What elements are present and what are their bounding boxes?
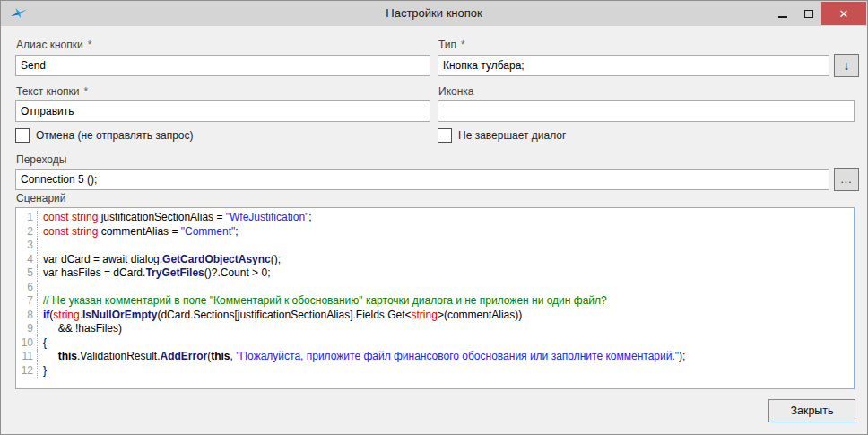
- code-line: 7// Не указан комментарий в поле "Коммен…: [16, 294, 854, 309]
- code-line: 4var dCard = await dialog.GetCardObjectA…: [16, 253, 854, 267]
- code-text: }: [38, 364, 47, 378]
- line-number: 12: [16, 364, 38, 378]
- line-number: 3: [16, 239, 38, 253]
- maximize-button[interactable]: [795, 2, 821, 25]
- titlebar[interactable]: Настройки кнопок ✕: [1, 1, 867, 26]
- line-number: 4: [16, 253, 38, 267]
- icon-label: Иконка: [438, 85, 474, 98]
- button-settings-dialog: Настройки кнопок ✕ Алиас кнопки* Тип* ↓ …: [0, 0, 868, 435]
- transitions-input[interactable]: [15, 169, 829, 190]
- line-number: 2: [16, 225, 38, 239]
- window-title: Настройки кнопок: [1, 1, 867, 26]
- minimize-button[interactable]: [769, 2, 795, 25]
- line-number: 1: [16, 211, 38, 225]
- code-line: 2const string commentAlias = "Comment";: [16, 225, 854, 239]
- ellipsis-icon: ...: [840, 176, 852, 183]
- transitions-label: Переходы: [16, 153, 66, 166]
- line-number: 9: [16, 322, 38, 336]
- arrow-down-icon: ↓: [844, 58, 850, 73]
- code-text: [38, 239, 43, 253]
- close-window-button[interactable]: ✕: [821, 2, 866, 25]
- required-asterisk: *: [88, 39, 92, 51]
- cancel-checkbox[interactable]: [15, 128, 30, 143]
- line-number: 6: [16, 281, 38, 295]
- line-number: 10: [16, 336, 38, 351]
- code-text: if(string.IsNullOrEmpty(dCard.Sections[j…: [38, 309, 522, 323]
- type-dropdown-button[interactable]: ↓: [834, 54, 859, 77]
- code-line: 8if(string.IsNullOrEmpty(dCard.Sections[…: [16, 309, 854, 323]
- required-asterisk: *: [461, 39, 465, 51]
- no-close-checkbox-label: Не завершает диалог: [458, 129, 566, 142]
- no-close-checkbox[interactable]: [438, 128, 452, 143]
- line-number: 7: [16, 294, 38, 309]
- code-text: this.ValidationResult.AddError(this, "По…: [38, 350, 685, 364]
- code-text: [38, 281, 43, 295]
- alias-input[interactable]: [15, 55, 430, 76]
- cancel-checkbox-row: Отмена (не отправлять запрос): [15, 128, 193, 143]
- code-text: var hasFiles = dCard.TryGetFiles()?.Coun…: [38, 266, 270, 281]
- transitions-browse-button[interactable]: ...: [834, 168, 859, 191]
- cancel-checkbox-label: Отмена (не отправлять запрос): [36, 129, 193, 142]
- code-text: const string commentAlias = "Comment";: [38, 225, 239, 239]
- button-text-label: Текст кнопки*: [16, 85, 88, 98]
- code-text: var dCard = await dialog.GetCardObjectAs…: [38, 253, 281, 267]
- code-line: 12}: [16, 364, 854, 378]
- code-text: // Не указан комментарий в поле "Коммент…: [38, 294, 607, 309]
- code-text: && !hasFiles): [38, 322, 122, 336]
- line-number: 8: [16, 309, 38, 323]
- alias-label: Алиас кнопки*: [16, 39, 91, 51]
- code-line: 9 && !hasFiles): [16, 322, 854, 336]
- close-dialog-button[interactable]: Закрыть: [768, 399, 855, 422]
- no-close-checkbox-row: Не завершает диалог: [438, 128, 566, 143]
- icon-input[interactable]: [438, 100, 855, 122]
- code-line: 10{: [16, 336, 854, 351]
- script-editor-lines: 1const string justificationSectionAlias …: [16, 211, 854, 378]
- code-line: 11 this.ValidationResult.AddError(this, …: [16, 350, 854, 364]
- line-number: 11: [16, 350, 38, 364]
- script-label: Сценарий: [16, 192, 65, 204]
- code-line: 1const string justificationSectionAlias …: [16, 211, 854, 225]
- type-label: Тип*: [438, 39, 465, 51]
- minimize-icon: [778, 16, 787, 18]
- button-text-input[interactable]: [15, 100, 430, 122]
- required-asterisk: *: [84, 85, 89, 98]
- script-editor[interactable]: 1const string justificationSectionAlias …: [15, 207, 855, 389]
- code-text: const string justificationSectionAlias =…: [38, 211, 312, 225]
- maximize-icon: [804, 10, 813, 18]
- line-number: 5: [16, 266, 38, 281]
- code-text: {: [38, 336, 47, 351]
- code-line: 6: [16, 281, 854, 295]
- type-input[interactable]: [438, 55, 829, 76]
- window-controls: ✕: [769, 2, 866, 25]
- code-line: 5var hasFiles = dCard.TryGetFiles()?.Cou…: [16, 266, 854, 281]
- code-line: 3: [16, 239, 854, 253]
